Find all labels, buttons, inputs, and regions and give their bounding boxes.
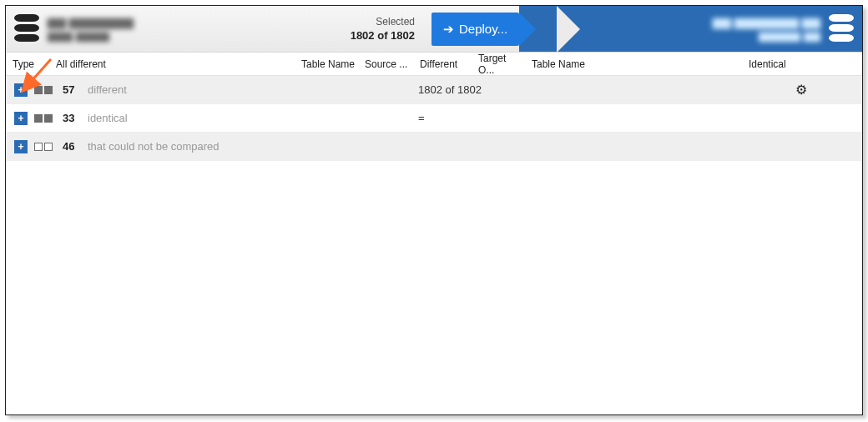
deploy-button-label: Deploy... (459, 22, 507, 36)
col-target[interactable]: Target O... (473, 53, 527, 76)
group-row: +33identical= (6, 104, 862, 133)
col-type[interactable]: Type (6, 58, 51, 70)
selected-summary: Selected 1802 of 1802 (306, 6, 431, 52)
status-squares-icon (34, 114, 53, 123)
col-source[interactable]: Source ... (360, 58, 415, 70)
deploy-button[interactable]: ➔ Deploy... (431, 13, 519, 46)
col-table-name-target[interactable]: Table Name (527, 58, 744, 70)
source-db-label: ▆▆ ▆▆▆▆▆▆▆ ▆▆▆ ▆▆▆▆ (48, 14, 134, 43)
gear-icon[interactable]: ⚙ (795, 82, 807, 98)
column-header-row: Type All different Table Name Source ...… (6, 53, 862, 76)
group-count: 46 (63, 140, 83, 153)
group-label: different (88, 83, 127, 96)
group-label: identical (88, 112, 128, 124)
status-squares-icon (34, 143, 53, 151)
group-row: +57different1802 of 1802⚙ (6, 76, 862, 104)
target-db-label: ▆▆ ▆▆▆▆▆▆▆ ▆▆ ▆▆▆▆▆ ▆▆ (713, 14, 820, 43)
database-icon (14, 14, 39, 44)
source-db-panel: ▆▆ ▆▆▆▆▆▆▆ ▆▆▆ ▆▆▆▆ (6, 6, 306, 52)
expand-button[interactable]: + (14, 112, 28, 125)
status-squares-icon (34, 86, 53, 94)
target-db-panel: ▆▆ ▆▆▆▆▆▆▆ ▆▆ ▆▆▆▆▆ ▆▆ (519, 6, 862, 52)
col-identical[interactable]: Identical (744, 58, 810, 70)
group-count: 57 (63, 83, 83, 96)
group-label: that could not be compared (88, 140, 220, 153)
groups-container: +57different1802 of 1802⚙+33identical=+4… (6, 76, 862, 161)
expand-button[interactable]: + (14, 140, 28, 153)
database-icon (829, 14, 854, 44)
group-row: +46that could not be compared (6, 133, 862, 161)
header: ▆▆ ▆▆▆▆▆▆▆ ▆▆▆ ▆▆▆▆ Selected 1802 of 180… (6, 6, 862, 53)
col-all-different[interactable]: All different (51, 58, 276, 70)
group-center-text: 1802 of 1802 (418, 83, 482, 96)
expand-button[interactable]: + (14, 83, 28, 97)
selected-label: Selected (376, 16, 415, 28)
col-different[interactable]: Different (415, 58, 473, 70)
group-center-text: = (418, 112, 425, 124)
arrow-right-icon: ➔ (443, 22, 454, 37)
col-table-name-source[interactable]: Table Name (276, 58, 360, 70)
group-count: 33 (63, 112, 83, 124)
selected-count: 1802 of 1802 (351, 29, 415, 42)
